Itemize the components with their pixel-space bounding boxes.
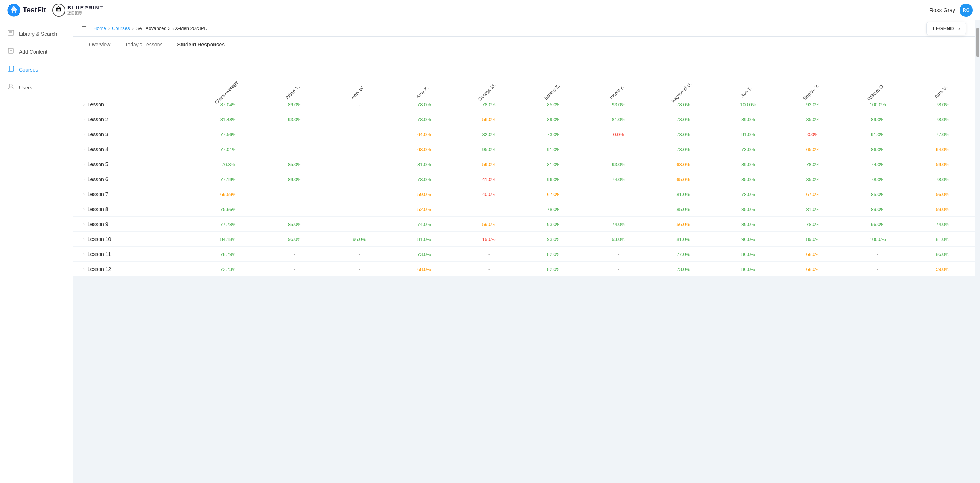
score-value: 74.0% [612,177,625,182]
tab-overview[interactable]: Overview [82,37,118,53]
score-cell: 19.0% [457,232,521,247]
score-cell: 0.0% [586,127,651,142]
score-value: 85.0% [806,177,820,182]
score-value: 65.0% [676,177,690,182]
score-cell: 74.0% [586,217,651,232]
score-value: 85.0% [288,162,301,167]
score-value: 89.0% [741,222,755,227]
score-value: 100.0% [869,237,886,242]
breadcrumb-home[interactable]: Home [94,26,106,31]
score-cell: 78.0% [780,217,845,232]
score-cell: 78.0% [780,157,845,172]
svg-rect-9 [8,66,14,71]
legend-label: LEGEND [932,26,954,31]
logo: TestFit 🏛 BLUEPRINT 蓝图国际 [7,4,103,17]
expand-icon[interactable]: › [83,252,84,256]
breadcrumb-courses[interactable]: Courses [112,26,129,31]
score-cell: 76.3% [194,157,262,172]
expand-icon[interactable]: › [83,147,84,151]
col-header-amy-w: Amy W. [327,53,392,97]
score-cell: 74.0% [586,172,651,187]
score-value: 78.0% [417,177,431,182]
score-cell: 74.0% [845,157,910,172]
score-cell: 85.0% [262,217,327,232]
content-area[interactable]: Class AverageAlbert Y.Amy W.Amy X.George… [73,53,975,483]
score-value: 85.0% [676,207,690,212]
scrollbar-thumb[interactable] [976,28,979,57]
sidebar-item-courses[interactable]: Courses [0,61,73,78]
lesson-name-cell: ›Lesson 10 [73,232,194,247]
sidebar-library-label: Library & Search [19,31,57,37]
score-value: 74.0% [417,222,431,227]
score-value: 86.0% [871,147,885,152]
expand-icon[interactable]: › [83,177,84,182]
sidebar-item-library[interactable]: Library & Search [0,25,73,43]
score-value: 78.0% [871,177,885,182]
score-cell: 85.0% [845,187,910,202]
score-value: 93.0% [806,102,820,107]
expand-icon[interactable]: › [83,267,84,271]
legend-panel[interactable]: LEGEND › [926,22,966,35]
score-value: - [294,207,295,212]
expand-icon[interactable]: › [83,102,84,107]
expand-icon[interactable]: › [83,237,84,241]
col-header-william-q: William Q. [845,53,910,97]
score-value: 74.0% [612,222,625,227]
lesson-column-header [73,53,194,97]
lesson-label: Lesson 10 [88,236,111,242]
sidebar-courses-label: Courses [19,67,38,73]
score-value: 81.0% [417,237,431,242]
score-cell: 89.0% [780,232,845,247]
col-header-george-m: George M. [457,53,521,97]
score-value: 91.0% [871,132,885,137]
sidebar: Library & Search Add Content Courses Use… [0,21,73,483]
score-cell: 81.0% [910,232,975,247]
header-right: Ross Gray RG [929,4,973,17]
score-cell: 52.0% [392,202,457,217]
score-cell: 56.0% [457,112,521,127]
score-cell: 59.0% [910,262,975,277]
score-value: 81.0% [676,192,690,197]
score-cell: 93.0% [586,232,651,247]
expand-icon[interactable]: › [83,162,84,166]
expand-icon[interactable]: › [83,117,84,121]
score-cell: 77.78% [194,217,262,232]
sidebar-item-users[interactable]: Users [0,78,73,96]
scrollbar-track[interactable] [975,21,980,483]
score-value: 82.0% [547,266,560,272]
lesson-name-cell: ›Lesson 9 [73,217,194,232]
score-value: 93.0% [547,237,560,242]
expand-icon[interactable]: › [83,207,84,211]
lesson-name-cell: ›Lesson 1 [73,97,194,112]
score-cell: 65.0% [651,172,716,187]
lesson-label: Lesson 12 [88,266,111,272]
user-avatar[interactable]: RG [959,4,973,17]
expand-icon[interactable]: › [83,222,84,226]
main-content: ☰ Home › Courses › SAT Advanced 3B X-Men… [73,21,975,483]
score-cell: 59.0% [457,157,521,172]
score-cell: 65.0% [780,142,845,157]
score-value: 77.0% [676,252,690,257]
table-row: ›Lesson 1272.73%--68.0%-82.0%-73.0%86.0%… [73,262,975,277]
score-cell: - [586,262,651,277]
score-cell: - [327,97,392,112]
menu-toggle[interactable]: ☰ [82,25,87,32]
expand-icon[interactable]: › [83,192,84,196]
sidebar-item-add-content[interactable]: Add Content [0,43,73,61]
score-cell: - [327,112,392,127]
expand-icon[interactable]: › [83,132,84,137]
score-value: 68.0% [417,147,431,152]
score-cell: - [262,187,327,202]
score-cell: 59.0% [910,157,975,172]
score-value: 86.0% [741,252,755,257]
lesson-name-cell: ›Lesson 5 [73,157,194,172]
score-cell: 100.0% [845,97,910,112]
score-value: - [294,252,295,257]
tab-todays-lessons[interactable]: Today's Lessons [118,37,170,53]
score-value: 68.0% [806,252,820,257]
score-cell: 81.48% [194,112,262,127]
score-value: 89.0% [806,237,820,242]
score-value: 64.0% [417,132,431,137]
score-value: 89.0% [741,162,755,167]
tab-student-responses[interactable]: Student Responses [170,37,232,53]
